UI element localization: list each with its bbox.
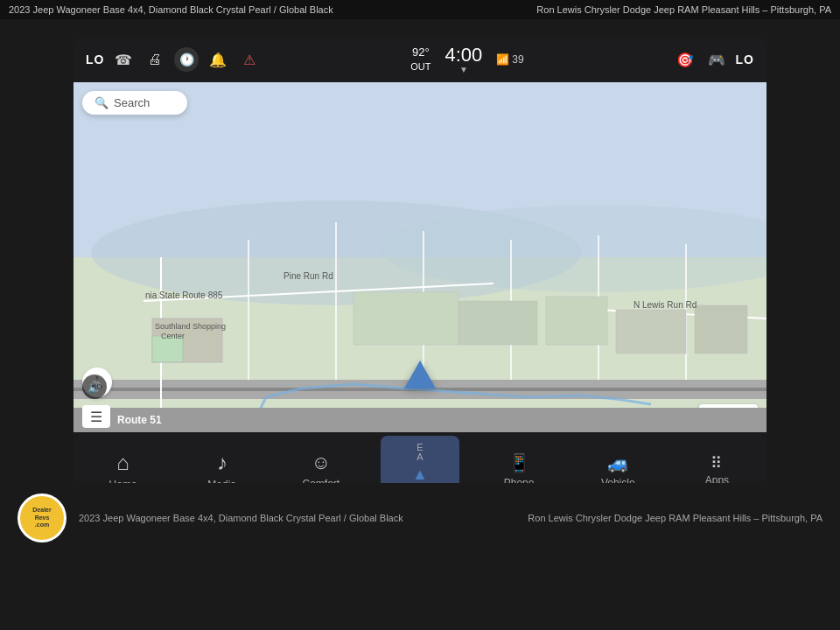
svg-text:Pine Run Rd: Pine Run Rd bbox=[284, 271, 333, 281]
gps-arrow bbox=[404, 360, 436, 388]
map-menu-button[interactable]: ☰ bbox=[82, 405, 110, 428]
wifi-display: 📶 39 bbox=[496, 53, 523, 66]
bell-icon[interactable]: 🔔 bbox=[206, 47, 230, 72]
home-icon: ⌂ bbox=[116, 451, 130, 475]
target-icon[interactable]: 🎯 bbox=[673, 47, 697, 72]
route-label: Route 51 bbox=[117, 414, 162, 426]
map-area: nia State Route 885 Pine Run Rd N Lewis … bbox=[74, 82, 766, 432]
svg-text:Southland Shopping: Southland Shopping bbox=[155, 322, 226, 331]
dealer-logo: DealerRevs.com bbox=[18, 494, 66, 542]
chevron-icon: ▼ bbox=[459, 65, 468, 74]
time-display-container: 4:00 ▼ bbox=[445, 46, 483, 74]
svg-text:Center: Center bbox=[161, 332, 185, 340]
temperature-display: 92° OUT bbox=[410, 46, 430, 73]
bottom-left-info: DealerRevs.com 2023 Jeep Wagoneer Base 4… bbox=[18, 494, 403, 542]
nav-item-comfort[interactable]: ☺ Comfort bbox=[282, 444, 360, 483]
phone-nav-icon: 📱 bbox=[508, 452, 530, 473]
nav-item-home[interactable]: ⌂ Home bbox=[84, 444, 163, 483]
lo-left-badge: LO bbox=[86, 52, 104, 66]
speaker-icon: 🔊 bbox=[88, 381, 102, 394]
svg-rect-18 bbox=[458, 301, 537, 345]
nav-label-media: Media bbox=[207, 479, 236, 483]
search-label: Search bbox=[114, 96, 150, 109]
vehicle-icon: 🚙 bbox=[607, 452, 629, 473]
clock-icon[interactable]: 🕐 bbox=[174, 47, 199, 72]
nav-triangle-icon: ▲ bbox=[412, 466, 428, 484]
bottom-dealer-info-text: Ron Lewis Chrysler Dodge Jeep RAM Pleasa… bbox=[528, 513, 822, 523]
nav-label-phone: Phone bbox=[504, 477, 535, 483]
top-dealer-info: Ron Lewis Chrysler Dodge Jeep RAM Pleasa… bbox=[536, 4, 831, 15]
nav-ea-label: EA bbox=[416, 443, 423, 462]
svg-text:N Lewis Run Rd: N Lewis Run Rd bbox=[634, 300, 696, 310]
nav-item-nav[interactable]: EA ▲ Nav bbox=[381, 436, 459, 484]
wifi-strength: 39 bbox=[512, 53, 523, 66]
bottom-car-info-text: 2023 Jeep Wagoneer Base 4x4, Diamond Bla… bbox=[79, 513, 403, 523]
map-sound-button[interactable]: 🔊 bbox=[82, 374, 107, 399]
road-label-bar: Route 51 bbox=[74, 408, 766, 432]
bottom-info-bar: DealerRevs.com 2023 Jeep Wagoneer Base 4… bbox=[0, 483, 840, 553]
nav-item-apps[interactable]: ⠿ Apps bbox=[677, 448, 756, 483]
nav-item-vehicle[interactable]: 🚙 Vehicle bbox=[578, 445, 657, 483]
print-icon[interactable]: 🖨 bbox=[143, 47, 167, 72]
status-left: LO ☎ 🖨 🕐 🔔 ⚠ bbox=[86, 47, 262, 72]
bottom-nav: ⌂ Home ♪ Media ☺ Comfort EA ▲ Nav 📱 bbox=[74, 432, 766, 483]
infotainment-screen: LO ☎ 🖨 🕐 🔔 ⚠ 92° OUT 4:00 ▼ 📶 39 bbox=[74, 37, 766, 483]
nav-label-vehicle: Vehicle bbox=[601, 477, 635, 483]
nav-label-apps: Apps bbox=[705, 474, 729, 483]
lo-right-badge: LO bbox=[736, 52, 754, 66]
alert-icon[interactable]: ⚠ bbox=[237, 47, 262, 72]
steering-icon[interactable]: 🎮 bbox=[704, 47, 729, 72]
top-car-info: 2023 Jeep Wagoneer Base 4x4, Diamond Bla… bbox=[9, 4, 333, 15]
search-icon: 🔍 bbox=[94, 96, 108, 109]
top-info-bar: 2023 Jeep Wagoneer Base 4x4, Diamond Bla… bbox=[0, 0, 840, 19]
nav-item-phone[interactable]: 📱 Phone bbox=[480, 445, 558, 483]
svg-rect-21 bbox=[695, 305, 747, 354]
svg-rect-19 bbox=[546, 297, 607, 345]
wifi-icon: 📶 bbox=[496, 53, 509, 66]
status-bar: LO ☎ 🖨 🕐 🔔 ⚠ 92° OUT 4:00 ▼ 📶 39 bbox=[74, 37, 766, 82]
nav-item-media[interactable]: ♪ Media bbox=[183, 444, 262, 483]
svg-text:nia State Route 885: nia State Route 885 bbox=[145, 290, 223, 300]
status-right: 🎯 🎮 LO bbox=[673, 47, 754, 72]
music-icon: ♪ bbox=[217, 451, 228, 475]
map-search-bar[interactable]: 🔍 Search bbox=[82, 91, 187, 115]
nav-label-home: Home bbox=[109, 479, 137, 483]
phone-icon[interactable]: ☎ bbox=[111, 47, 136, 72]
clock-time: 4:00 bbox=[445, 46, 483, 65]
dealer-logo-circle: DealerRevs.com bbox=[18, 494, 66, 542]
comfort-icon: ☺ bbox=[312, 452, 331, 474]
nav-label-comfort: Comfort bbox=[303, 478, 340, 483]
main-content: LO ☎ 🖨 🕐 🔔 ⚠ 92° OUT 4:00 ▼ 📶 39 bbox=[0, 19, 840, 630]
apps-icon: ⠿ bbox=[710, 455, 724, 471]
svg-rect-20 bbox=[616, 310, 686, 354]
svg-rect-17 bbox=[354, 292, 458, 345]
